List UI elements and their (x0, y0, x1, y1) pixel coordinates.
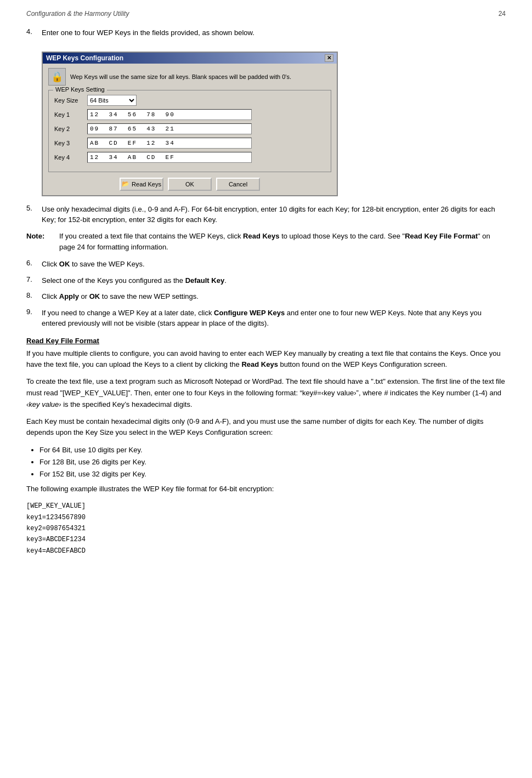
read-key-para3: Each Key must be contain hexadecimal dig… (26, 416, 506, 439)
read-key-para1: If you have multiple clients to configur… (26, 348, 506, 371)
step-6: 6. Click OK to save the WEP Keys. (26, 259, 506, 270)
step-5: 5. Use only hexadecimal digits (i.e., 0-… (26, 204, 506, 225)
step-8-text-3: to save the new WEP settings. (100, 292, 199, 300)
page-number: 24 (499, 10, 506, 18)
ok-label: OK (185, 181, 194, 188)
key-1-row: Key 1 (54, 109, 325, 120)
step-8-bold2: OK (89, 292, 100, 300)
dialog-wrapper: WEP Keys Configuration ✕ 🔒 Wep Keys will… (42, 52, 338, 196)
wep-keys-group: WEP Keys Setting Key Size 64 Bits 128 Bi… (48, 90, 331, 172)
read-keys-icon: 📂 (122, 180, 129, 188)
step-5-number: 5. (26, 204, 42, 225)
step-6-text-1: Click (42, 260, 59, 268)
group-label: WEP Keys Setting (53, 86, 107, 93)
step-6-text-2: to save the WEP Keys. (70, 260, 144, 268)
key-3-row: Key 3 (54, 138, 325, 149)
step-8-number: 8. (26, 291, 42, 302)
key-4-label: Key 4 (54, 154, 87, 161)
read-key-para2b: indicates the Key number (1-4) and (388, 389, 501, 397)
key-2-row: Key 2 (54, 123, 325, 134)
step-7: 7. Select one of the Keys you configured… (26, 275, 506, 286)
cancel-label: Cancel (229, 181, 247, 188)
read-key-para4: The following example illustrates the WE… (26, 484, 506, 495)
step-9: 9. If you need to change a WEP Key at a … (26, 308, 506, 329)
step-9-text: If you need to change a WEP Key at a lat… (42, 308, 506, 329)
bullet-item-1: For 64 Bit, use 10 digits per Key. (39, 444, 506, 456)
key-2-label: Key 2 (54, 126, 87, 132)
lock-icon: 🔒 (48, 68, 66, 86)
read-key-italic2: ‹key value› (26, 400, 61, 408)
step-6-number: 6. (26, 259, 42, 270)
note-label: Note: (26, 231, 59, 254)
step-9-bold: Configure WEP Keys (214, 309, 285, 317)
note-text-1: If you created a text file that contains… (59, 232, 243, 240)
read-key-para2c: is the specified Key’s hexadecimal digit… (61, 400, 193, 408)
note-row: Note: If you created a text file that co… (26, 231, 506, 254)
ok-button[interactable]: OK (168, 178, 212, 191)
step-8: 8. Click Apply or OK to save the new WEP… (26, 291, 506, 302)
dialog-body: 🔒 Wep Keys will use the same size for al… (43, 64, 337, 195)
step-8-text: Click Apply or OK to save the new WEP se… (42, 291, 199, 302)
read-key-para1b: button found on the WEP Keys Configurati… (278, 360, 447, 368)
key-3-input[interactable] (87, 138, 252, 149)
step-4-text: Enter one to four WEP Keys in the fields… (42, 27, 254, 38)
read-key-para2: To create the text file, use a text prog… (26, 376, 506, 410)
step-5-text: Use only hexadecimal digits (i.e., 0-9 a… (42, 204, 506, 225)
step-8-text-1: Click (42, 292, 59, 300)
step-8-bold1: Apply (59, 292, 79, 300)
key-4-input[interactable] (87, 152, 252, 163)
dialog-info-text: Wep Keys will use the same size for all … (70, 73, 291, 80)
step-7-text-1: Select one of the Keys you configured as… (42, 276, 185, 285)
key-size-label: Key Size (54, 97, 87, 104)
step-7-bold: Default Key (185, 276, 225, 285)
step-6-text: Click OK to save the WEP Keys. (42, 259, 145, 270)
wep-keys-dialog: WEP Keys Configuration ✕ 🔒 Wep Keys will… (42, 52, 338, 196)
key-1-label: Key 1 (54, 111, 87, 118)
note-bold-1: Read Keys (243, 232, 279, 240)
step-4-number: 4. (26, 27, 42, 38)
step-4: 4. Enter one to four WEP Keys in the fie… (26, 27, 506, 38)
note-text: If you created a text file that contains… (59, 231, 506, 254)
bullet-item-2: For 128 Bit, use 26 digits per Key. (39, 456, 506, 468)
step-6-bold: OK (59, 260, 70, 268)
key-2-input[interactable] (87, 123, 252, 134)
read-keys-button[interactable]: 📂 Read Keys (120, 178, 163, 191)
dialog-info-row: 🔒 Wep Keys will use the same size for al… (48, 68, 331, 86)
bullets-list: For 64 Bit, use 10 digits per Key. For 1… (39, 444, 506, 480)
dialog-title: WEP Keys Configuration (46, 54, 123, 62)
key-size-select[interactable]: 64 Bits 128 Bits 152 Bits (87, 95, 137, 106)
read-keys-label: Read Keys (132, 181, 161, 188)
bullet-item-3: For 152 Bit, use 32 digits per Key. (39, 468, 506, 480)
step-9-number: 9. (26, 308, 42, 329)
page-title: Configuration & the Harmony Utility (26, 10, 129, 18)
step-9-text-1: If you need to change a WEP Key at a lat… (42, 309, 214, 317)
key-size-row: Key Size 64 Bits 128 Bits 152 Bits (54, 95, 325, 106)
dialog-buttons: 📂 Read Keys OK Cancel (48, 178, 331, 191)
step-8-text-2: or (79, 292, 89, 300)
step-7-text: Select one of the Keys you configured as… (42, 275, 227, 286)
step-7-text-2: . (224, 276, 227, 285)
read-key-section-heading: Read Key File Format (26, 337, 506, 345)
step-7-number: 7. (26, 275, 42, 286)
page-header: Configuration & the Harmony Utility 24 (26, 10, 506, 18)
note-bold-2: Read Key File Format (405, 232, 478, 240)
key-3-label: Key 3 (54, 140, 87, 146)
read-key-bold1: Read Keys (241, 360, 278, 368)
key-1-input[interactable] (87, 109, 252, 120)
dialog-close-button[interactable]: ✕ (325, 54, 333, 62)
dialog-titlebar: WEP Keys Configuration ✕ (43, 53, 337, 64)
code-block: [WEP_KEY_VALUE]key1=1234567890key2=09876… (26, 501, 506, 556)
key-4-row: Key 4 (54, 152, 325, 163)
note-text-2: to upload those Keys to the card. See " (280, 232, 405, 240)
cancel-button[interactable]: Cancel (216, 178, 260, 191)
